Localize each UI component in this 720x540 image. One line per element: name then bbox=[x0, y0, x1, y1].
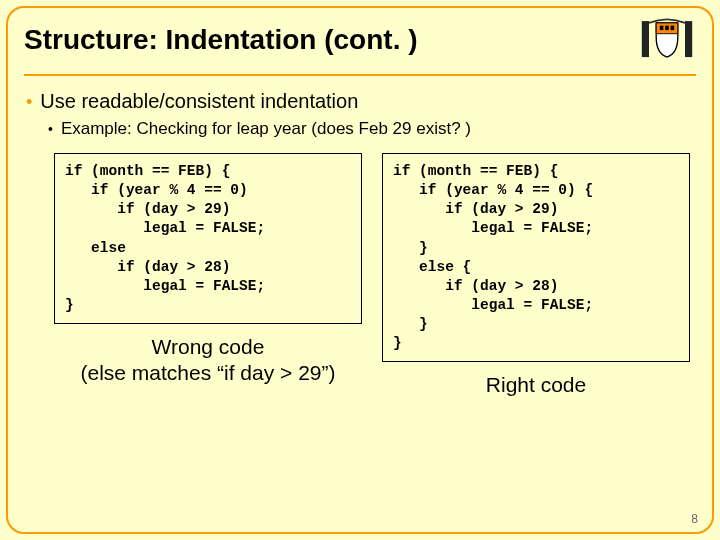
caption-wrong-line2: (else matches “if day > 29”) bbox=[80, 361, 335, 384]
column-right: if (month == FEB) { if (year % 4 == 0) {… bbox=[382, 153, 690, 399]
slide-frame: Structure: Indentation (cont. ) •Use rea… bbox=[6, 6, 714, 534]
svg-rect-1 bbox=[685, 21, 692, 57]
slide-title: Structure: Indentation (cont. ) bbox=[24, 24, 418, 56]
svg-rect-3 bbox=[665, 26, 669, 31]
svg-rect-0 bbox=[642, 21, 649, 57]
caption-right: Right code bbox=[382, 372, 690, 398]
bullet-level1: •Use readable/consistent indentation bbox=[26, 90, 694, 113]
bullet-level2: •Example: Checking for leap year (does F… bbox=[48, 119, 694, 139]
bullet2-text: Example: Checking for leap year (does Fe… bbox=[61, 119, 471, 138]
column-left: if (month == FEB) { if (year % 4 == 0) i… bbox=[54, 153, 362, 399]
svg-rect-4 bbox=[671, 26, 675, 31]
title-bar: Structure: Indentation (cont. ) bbox=[8, 10, 712, 86]
caption-wrong: Wrong code (else matches “if day > 29”) bbox=[54, 334, 362, 387]
page-number: 8 bbox=[691, 512, 698, 526]
bullet-dot-icon: • bbox=[48, 121, 53, 137]
bullet-dot-icon: • bbox=[26, 92, 32, 112]
code-columns: if (month == FEB) { if (year % 4 == 0) i… bbox=[54, 153, 690, 399]
title-underline: Structure: Indentation (cont. ) bbox=[24, 16, 696, 76]
code-right: if (month == FEB) { if (year % 4 == 0) {… bbox=[382, 153, 690, 362]
code-wrong: if (month == FEB) { if (year % 4 == 0) i… bbox=[54, 153, 362, 324]
slide-content: •Use readable/consistent indentation •Ex… bbox=[26, 90, 694, 399]
university-shield-icon bbox=[638, 16, 696, 64]
svg-rect-2 bbox=[660, 26, 664, 31]
caption-wrong-line1: Wrong code bbox=[152, 335, 265, 358]
bullet1-text: Use readable/consistent indentation bbox=[40, 90, 358, 112]
